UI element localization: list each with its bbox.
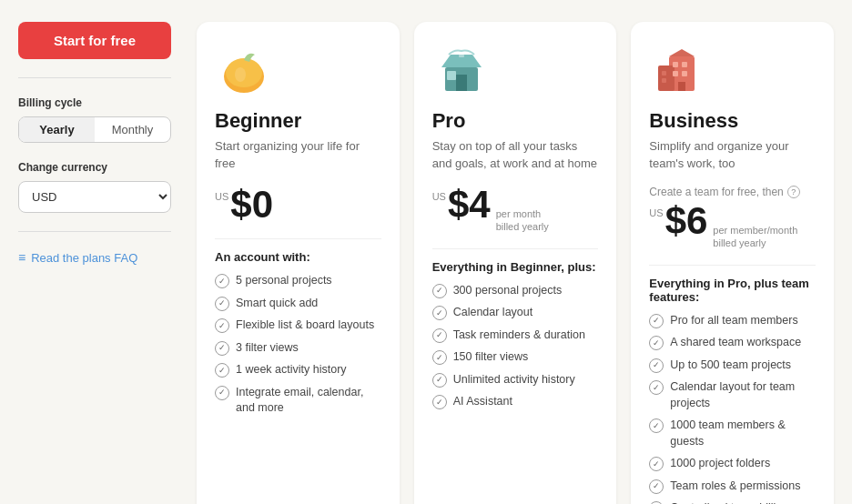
pro-plan-desc: Stay on top of all your tasks and goals,…	[432, 138, 599, 173]
list-item: Team roles & permissions	[649, 479, 816, 495]
currency-label: Change currency	[18, 161, 171, 174]
svg-rect-11	[673, 71, 678, 76]
list-item: Centralized team billing	[649, 500, 816, 504]
business-price-row: US $6 per member/month billed yearly	[649, 202, 816, 250]
beginner-plan-desc: Start organizing your life for free	[215, 138, 381, 173]
feature-text: Pro for all team members	[670, 313, 797, 329]
plan-beginner: Beginner Start organizing your life for …	[197, 22, 400, 504]
list-item: 1000 team members & guests	[649, 418, 816, 449]
billing-toggle: Yearly Monthly	[18, 116, 171, 143]
list-item: 5 personal projects	[215, 273, 381, 289]
plan-pro: Pro Stay on top of all your tasks and go…	[414, 22, 617, 504]
list-item: Smart quick add	[215, 296, 381, 312]
faq-label: Read the plans FAQ	[31, 251, 137, 265]
pro-icon	[432, 42, 491, 100]
business-price-sub: per member/month billed yearly	[713, 224, 797, 250]
feature-text: Up to 500 team projects	[670, 358, 791, 374]
check-icon	[432, 284, 447, 298]
pro-currency: US	[432, 191, 446, 202]
check-icon	[432, 373, 447, 388]
check-icon	[215, 363, 229, 378]
feature-text: 1000 project folders	[670, 456, 770, 472]
beginner-features-header: An account with:	[215, 250, 381, 264]
list-item: Task reminders & duration	[432, 328, 599, 344]
check-icon	[215, 274, 229, 288]
feature-text: Calendar layout for team projects	[670, 379, 816, 411]
check-icon	[432, 395, 447, 409]
pro-features-header: Everything in Beginner, plus:	[432, 260, 599, 274]
list-item: Unlimited activity history	[432, 372, 599, 388]
start-free-button[interactable]: Start for free	[18, 22, 171, 59]
pro-divider	[432, 248, 599, 249]
monthly-toggle-btn[interactable]: Monthly	[95, 117, 170, 142]
svg-rect-13	[662, 71, 666, 76]
svg-rect-15	[678, 82, 685, 91]
yearly-toggle-btn[interactable]: Yearly	[19, 117, 95, 142]
main-layout: Start for free Billing cycle Yearly Mont…	[18, 22, 834, 504]
business-features-header: Everything in Pro, plus team features:	[649, 277, 816, 304]
feature-text: 3 filter views	[236, 340, 299, 357]
check-icon	[649, 479, 664, 494]
check-icon	[215, 341, 229, 356]
pro-feature-list: 300 personal projects Calendar layout Ta…	[432, 283, 599, 410]
svg-rect-8	[658, 66, 674, 91]
feature-text: Calendar layout	[453, 305, 533, 321]
feature-text: 1000 team members & guests	[670, 418, 816, 449]
list-item: 150 filter views	[432, 349, 599, 366]
list-item: Calendar layout	[432, 305, 599, 321]
business-plan-name: Business	[649, 109, 816, 133]
beginner-divider	[215, 238, 381, 239]
beginner-plan-name: Beginner	[215, 109, 381, 133]
feature-text: Unlimited activity history	[453, 372, 575, 388]
feature-text: 1 week activity history	[236, 362, 347, 378]
currency-section: Change currency USD EUR GBP JPY	[18, 161, 171, 213]
list-item: 1000 project folders	[649, 456, 816, 472]
plan-business: Business Simplify and organize your team…	[631, 22, 834, 504]
beginner-icon	[215, 42, 273, 100]
feature-text: Centralized team billing	[670, 500, 788, 504]
check-icon	[649, 314, 664, 328]
feature-text: Task reminders & duration	[453, 328, 585, 344]
check-icon	[649, 380, 664, 395]
beginner-currency: US	[215, 191, 228, 202]
business-price: $6	[665, 202, 708, 240]
feature-text: Team roles & permissions	[670, 479, 800, 495]
svg-rect-5	[447, 71, 456, 80]
svg-rect-12	[682, 71, 687, 76]
list-item: Pro for all team members	[649, 313, 816, 329]
list-item: AI Assistant	[432, 394, 599, 410]
pro-price-sub: per month billed yearly	[496, 207, 549, 234]
pro-plan-name: Pro	[432, 109, 599, 133]
pro-price: $4	[448, 186, 491, 224]
faq-link[interactable]: ≡ Read the plans FAQ	[18, 250, 171, 265]
svg-rect-14	[662, 78, 666, 83]
business-divider	[649, 265, 816, 266]
check-icon	[215, 297, 229, 311]
pro-price-row: US $4 per month billed yearly	[432, 186, 599, 234]
divider-2	[18, 231, 171, 232]
feature-text: A shared team workspace	[670, 335, 801, 351]
feature-text: AI Assistant	[453, 394, 512, 410]
check-icon	[649, 358, 664, 373]
feature-text: Smart quick add	[236, 296, 318, 312]
feature-text: 150 filter views	[453, 349, 529, 366]
check-icon	[215, 386, 229, 400]
beginner-price: $0	[230, 186, 273, 224]
svg-rect-4	[456, 75, 467, 91]
check-icon	[432, 350, 447, 365]
currency-select[interactable]: USD EUR GBP JPY	[18, 181, 171, 213]
svg-point-2	[235, 67, 246, 82]
check-icon	[432, 328, 447, 343]
info-icon: ?	[787, 186, 800, 198]
svg-rect-9	[673, 62, 678, 67]
divider-1	[18, 77, 171, 78]
feature-text: Integrate email, calendar, and more	[236, 385, 381, 417]
business-currency: US	[649, 207, 663, 218]
check-icon	[215, 318, 229, 333]
business-plan-desc: Simplify and organize your team's work, …	[649, 138, 816, 173]
list-item: Integrate email, calendar, and more	[215, 385, 381, 417]
feature-text: Flexible list & board layouts	[236, 318, 374, 334]
check-icon	[649, 418, 664, 433]
business-plan-note: Create a team for free, then ?	[649, 186, 816, 198]
list-item: 3 filter views	[215, 340, 381, 357]
